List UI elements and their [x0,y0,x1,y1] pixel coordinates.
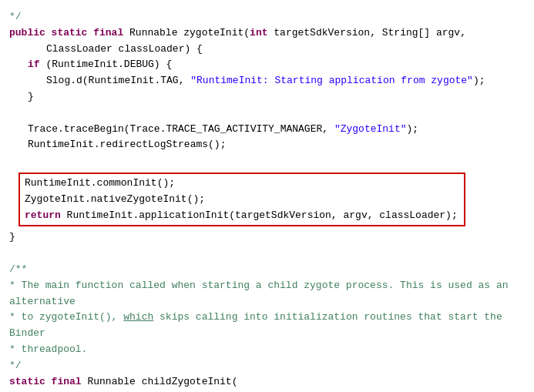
line-empty-3 [9,246,534,262]
line-common-init: RuntimeInit.commonInit(); [25,176,459,192]
code-container: */ public static final Runnable zygoteIn… [6,6,534,392]
line-close-if: } [9,89,534,106]
line-javadoc-1: /** [9,262,534,278]
line-close-method: } [9,230,534,246]
line-javadoc-5: */ [9,358,534,374]
line-method-sig-2: ClassLoader classLoader) { [9,42,534,58]
line-method-sig-1: public static final Runnable zygoteInit(… [9,25,534,42]
line-native-zygote: ZygoteInit.nativeZygoteInit(); [25,192,459,208]
line-comment-1: */ [9,9,534,25]
line-child-method-1: static final Runnable childZygoteInit( [9,374,534,390]
line-empty-2 [9,153,534,169]
line-redirect: RuntimeInit.redirectLogStreams(); [9,137,534,153]
line-slog: Slog.d(RuntimeInit.TAG, "RuntimeInit: St… [9,73,534,89]
highlighted-block-1: RuntimeInit.commonInit(); ZygoteInit.nat… [18,173,465,226]
line-javadoc-2: * The main function called when starting… [9,278,534,310]
line-javadoc-3: * to zygoteInit(), which skips calling i… [9,310,534,342]
line-empty-1 [9,106,534,122]
line-javadoc-4: * threadpool. [9,342,534,358]
line-return-app-init: return RuntimeInit.applicationInit(targe… [25,208,459,224]
line-if: if (RuntimeInit.DEBUG) { [9,57,534,73]
line-trace: Trace.traceBegin(Trace.TRACE_TAG_ACTIVIT… [9,122,534,138]
